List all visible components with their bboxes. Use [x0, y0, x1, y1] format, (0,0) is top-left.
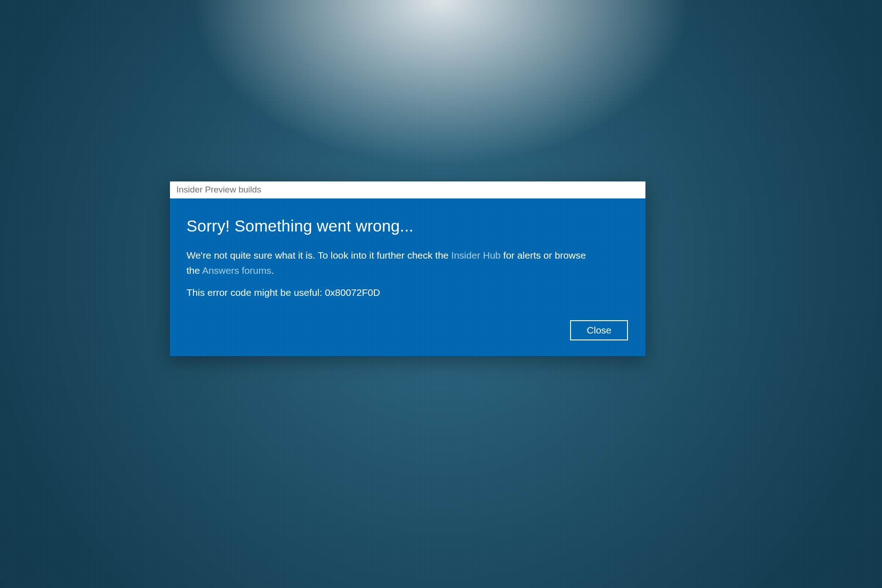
error-message: We're not quite sure what it is. To look…	[187, 248, 591, 278]
error-dialog: Insider Preview builds Sorry! Something …	[170, 181, 645, 356]
error-heading: Sorry! Something went wrong...	[187, 217, 629, 235]
desktop-background: Insider Preview builds Sorry! Something …	[0, 0, 882, 588]
error-code-value: 0x80072F0D	[325, 287, 380, 298]
dialog-titlebar: Insider Preview builds	[170, 181, 645, 198]
insider-hub-link[interactable]: Insider Hub	[451, 250, 500, 260]
dialog-actions: Close	[187, 320, 629, 345]
message-text-pre: We're not quite sure what it is. To look…	[187, 250, 451, 260]
error-code-line: This error code might be useful: 0x80072…	[187, 287, 629, 298]
dialog-title-text: Insider Preview builds	[176, 185, 261, 194]
dialog-body: Sorry! Something went wrong... We're not…	[170, 198, 645, 356]
message-text-post: .	[271, 265, 274, 276]
error-code-prefix: This error code might be useful:	[187, 287, 325, 298]
answers-forums-link[interactable]: Answers forums	[202, 265, 271, 276]
close-button[interactable]: Close	[570, 320, 628, 340]
